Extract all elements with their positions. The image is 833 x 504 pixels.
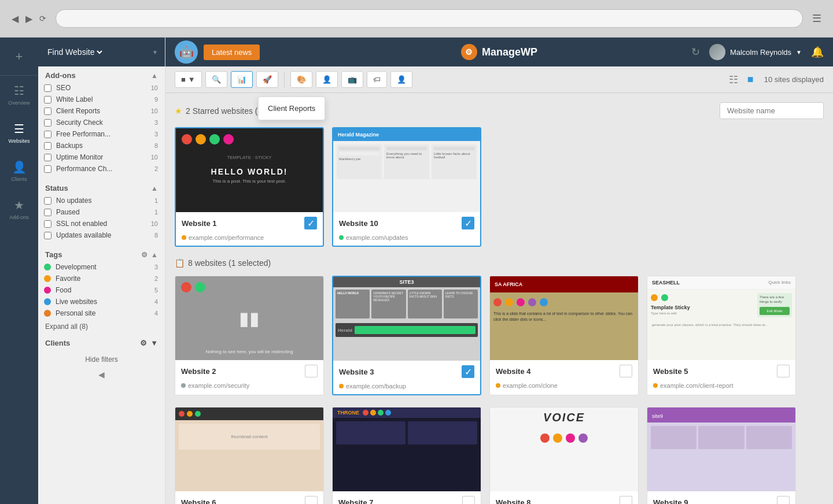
filter-paused[interactable]: Paused 1 bbox=[38, 206, 165, 218]
site-card-website8[interactable]: VOICE Website 8 bbox=[489, 407, 639, 504]
rail-clients[interactable]: 👤 Clients bbox=[0, 152, 38, 190]
expand-all-label: Expand all (8) bbox=[45, 323, 88, 331]
filter-no-updates[interactable]: No updates 1 bbox=[38, 195, 165, 206]
site-thumbnail-website3: SITE3 HELLO WORLD GRANDMA'S SECRET YOUTH… bbox=[333, 277, 480, 361]
expand-all-btn[interactable]: Expand all (8) bbox=[38, 319, 165, 334]
site-checkbox-website6[interactable] bbox=[305, 496, 318, 504]
site-card-website5[interactable]: SEASHELL Quick links Template Sticky Typ… bbox=[647, 276, 796, 395]
site-checkbox-website1[interactable]: ✓ bbox=[304, 217, 317, 229]
list-view-button[interactable]: ☷ bbox=[725, 72, 742, 87]
site-checkbox-website10[interactable]: ✓ bbox=[462, 217, 474, 229]
rail-websites[interactable]: ☰ Websites bbox=[0, 114, 38, 152]
search-icon: 🔍 bbox=[212, 75, 221, 84]
filter-free-performance[interactable]: Free Performan... 3 bbox=[38, 128, 165, 140]
select-all-button[interactable]: ■ ▼ bbox=[175, 71, 202, 88]
sidebar-arrow-left[interactable]: ◀ bbox=[98, 370, 105, 379]
site-checkbox-website9[interactable] bbox=[777, 496, 790, 504]
addons-icon: ★ bbox=[14, 198, 24, 212]
website-search-input[interactable] bbox=[720, 102, 824, 119]
filter-development-label: Development bbox=[56, 263, 97, 271]
filter-uptime-monitor-checkbox[interactable] bbox=[44, 154, 51, 161]
rail-addons[interactable]: ★ Add-ons bbox=[0, 190, 38, 228]
addons-collapse-btn[interactable]: ▲ bbox=[151, 72, 158, 80]
rail-overview[interactable]: ☷ Overview bbox=[0, 76, 38, 114]
refresh-button[interactable]: ↻ bbox=[691, 46, 700, 58]
tags-settings-icon[interactable]: ⚙ bbox=[141, 251, 148, 259]
client-reports-toolbar-button[interactable]: 📊 bbox=[231, 71, 253, 88]
forward-button[interactable]: ▶ bbox=[23, 11, 35, 27]
site-checkbox-website7[interactable] bbox=[462, 496, 475, 504]
tag-button[interactable]: 🏷 bbox=[367, 71, 387, 88]
filter-backups-checkbox[interactable] bbox=[44, 142, 51, 150]
filter-ssl-not-enabled-checkbox[interactable] bbox=[44, 220, 51, 228]
filter-performance-ch-checkbox[interactable] bbox=[44, 165, 51, 173]
address-bar[interactable] bbox=[56, 9, 803, 28]
site-checkbox-website4[interactable] bbox=[620, 365, 632, 377]
main-section-title: 📋 8 websites (1 selected) bbox=[175, 258, 271, 268]
filter-ssl-not-enabled[interactable]: SSL not enabled 10 bbox=[38, 218, 165, 229]
site-card-footer-website3: Website 3 ✓ bbox=[333, 361, 480, 383]
id-card-button[interactable]: 👤 bbox=[390, 71, 412, 88]
filter-backups[interactable]: Backups 8 bbox=[38, 140, 165, 151]
site-card-website7[interactable]: THRONE bbox=[332, 407, 481, 504]
site-checkbox-website3[interactable]: ✓ bbox=[462, 365, 474, 378]
logo-icon: ⚙ bbox=[461, 44, 477, 60]
tags-collapse-btn[interactable]: ▲ bbox=[151, 251, 158, 259]
filter-seo[interactable]: SEO 10 bbox=[38, 82, 165, 94]
user-menu-button[interactable]: Malcolm Reynolds ▼ bbox=[709, 44, 802, 60]
content-area: ★ 2 Starred websites (2 selected) bbox=[165, 93, 833, 504]
filter-white-label[interactable]: White Label 9 bbox=[38, 94, 165, 105]
filter-security-check[interactable]: Security Check 3 bbox=[38, 117, 165, 128]
site-card-footer-website6: Website 6 bbox=[175, 491, 323, 504]
site-checkbox-website2[interactable] bbox=[305, 365, 318, 377]
palette-button[interactable]: 🎨 bbox=[290, 71, 312, 88]
site-card-website6[interactable]: thumbnail content Website 6 example.com/… bbox=[175, 407, 324, 504]
filter-client-reports[interactable]: Client Reports 10 bbox=[38, 105, 165, 117]
filter-uptime-monitor[interactable]: Uptime Monitor 10 bbox=[38, 151, 165, 163]
top-bar-right: ↻ Malcolm Reynolds ▼ 🔔 bbox=[691, 44, 824, 60]
hide-filters-btn[interactable]: Hide filters bbox=[38, 350, 165, 369]
site-card-website1[interactable]: TEMPLATE · STICKY HELLO WORLD! This is a… bbox=[175, 127, 324, 247]
filter-food[interactable]: Food 5 bbox=[38, 284, 165, 296]
filter-seo-checkbox[interactable] bbox=[44, 84, 51, 92]
site-card-website9[interactable]: site9 Website 9 exampl bbox=[647, 407, 796, 504]
status-collapse-btn[interactable]: ▲ bbox=[151, 184, 158, 192]
find-website-select[interactable]: Find Website bbox=[45, 47, 104, 57]
filter-white-label-checkbox[interactable] bbox=[44, 96, 51, 103]
browser-nav-buttons: ◀ ▶ ⟳ bbox=[9, 11, 49, 27]
latest-news-button[interactable]: Latest news bbox=[204, 45, 260, 60]
search-button[interactable]: 🔍 bbox=[205, 71, 227, 88]
browser-refresh-button[interactable]: ⟳ bbox=[37, 12, 49, 25]
filter-updates-available[interactable]: Updates available 8 bbox=[38, 229, 165, 241]
filter-personal-site[interactable]: Personal site 4 bbox=[38, 307, 165, 319]
development-tag-dot bbox=[44, 264, 51, 270]
filter-performance-ch[interactable]: Performance Ch... 2 bbox=[38, 163, 165, 175]
filter-development[interactable]: Development 3 bbox=[38, 261, 165, 273]
filter-free-performance-checkbox[interactable] bbox=[44, 131, 51, 138]
rocket-button[interactable]: 🚀 bbox=[256, 71, 278, 88]
notifications-button[interactable]: 🔔 bbox=[811, 46, 824, 58]
browser-menu-button[interactable]: ☰ bbox=[810, 10, 824, 27]
clients-settings-icon[interactable]: ⚙ bbox=[140, 339, 147, 347]
site-card-website4[interactable]: SA AFRICA This is a slide th bbox=[489, 276, 639, 395]
tag-icon: 🏷 bbox=[373, 75, 381, 84]
grid-view-button[interactable]: ■ bbox=[744, 72, 757, 87]
filter-paused-checkbox[interactable] bbox=[44, 209, 51, 216]
site-card-website10[interactable]: Herald Magazine blackberry pie Everythin… bbox=[332, 127, 481, 247]
site-card-website3[interactable]: SITE3 HELLO WORLD GRANDMA'S SECRET YOUTH… bbox=[332, 276, 481, 395]
clients-collapse-btn[interactable]: ▼ bbox=[150, 339, 158, 347]
rail-add-button[interactable]: + bbox=[0, 38, 38, 76]
filter-no-updates-checkbox[interactable] bbox=[44, 197, 51, 205]
filter-live-websites[interactable]: Live websites 4 bbox=[38, 296, 165, 307]
site-card-website2[interactable]: ▮▮ Nothing to see here, you will be redi… bbox=[175, 276, 324, 395]
back-button[interactable]: ◀ bbox=[9, 11, 21, 27]
site-checkbox-website5[interactable] bbox=[777, 365, 790, 377]
site-checkbox-website8[interactable] bbox=[620, 496, 632, 504]
filter-updates-available-checkbox[interactable] bbox=[44, 232, 51, 239]
user-button[interactable]: 👤 bbox=[316, 71, 338, 88]
filter-favorite[interactable]: Favorite 2 bbox=[38, 273, 165, 284]
site-thumbnail-website4: SA AFRICA This is a slide th bbox=[490, 276, 638, 360]
monitor-button[interactable]: 📺 bbox=[341, 71, 363, 88]
filter-client-reports-checkbox[interactable] bbox=[44, 108, 51, 115]
filter-security-check-checkbox[interactable] bbox=[44, 119, 51, 127]
